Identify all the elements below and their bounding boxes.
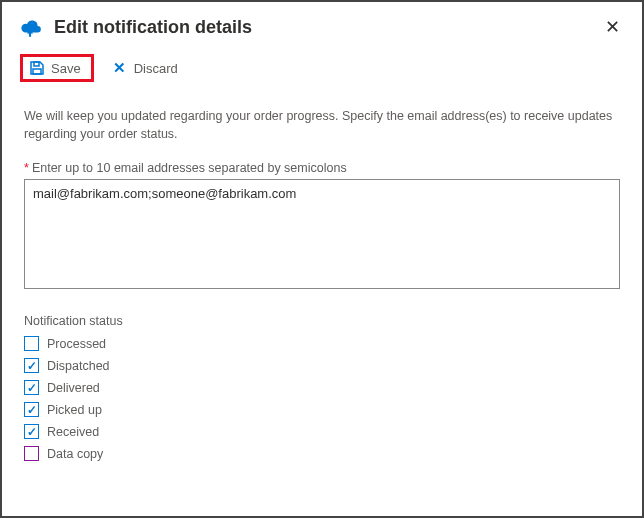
checkbox-label: Data copy	[47, 447, 103, 461]
status-checkbox-row[interactable]: ✓Delivered	[24, 380, 620, 395]
save-icon	[29, 60, 45, 76]
discard-label: Discard	[134, 61, 178, 76]
checkbox-icon: ✓	[24, 380, 39, 395]
checkbox-label: Delivered	[47, 381, 100, 395]
checkbox-label: Picked up	[47, 403, 102, 417]
cloud-arrow-icon	[16, 13, 44, 41]
checkbox-label: Received	[47, 425, 99, 439]
checkbox-icon: ✓	[24, 402, 39, 417]
description-text: We will keep you updated regarding your …	[24, 108, 620, 143]
panel-title: Edit notification details	[54, 17, 597, 38]
svg-rect-1	[33, 69, 41, 74]
status-checkbox-row[interactable]: Processed	[24, 336, 620, 351]
discard-button[interactable]: ✕ Discard	[104, 56, 186, 80]
panel-header: Edit notification details ✕	[2, 2, 642, 50]
status-checkbox-row[interactable]: ✓Received	[24, 424, 620, 439]
close-button[interactable]: ✕	[597, 12, 628, 42]
save-label: Save	[51, 61, 81, 76]
status-checklist: Processed✓Dispatched✓Delivered✓Picked up…	[24, 336, 620, 461]
discard-icon: ✕	[112, 60, 128, 76]
email-input[interactable]	[24, 179, 620, 289]
status-checkbox-row[interactable]: ✓Dispatched	[24, 358, 620, 373]
save-button[interactable]: Save	[20, 54, 94, 82]
status-section-title: Notification status	[24, 314, 620, 328]
checkbox-icon	[24, 446, 39, 461]
panel-content: We will keep you updated regarding your …	[2, 90, 642, 461]
svg-rect-0	[34, 62, 39, 66]
checkbox-icon: ✓	[24, 424, 39, 439]
checkbox-icon	[24, 336, 39, 351]
checkbox-label: Processed	[47, 337, 106, 351]
toolbar: Save ✕ Discard	[2, 50, 642, 90]
checkbox-icon: ✓	[24, 358, 39, 373]
checkbox-label: Dispatched	[47, 359, 110, 373]
status-checkbox-row[interactable]: ✓Picked up	[24, 402, 620, 417]
required-indicator: *	[24, 161, 29, 175]
email-field-label: *Enter up to 10 email addresses separate…	[24, 161, 620, 175]
status-checkbox-row[interactable]: Data copy	[24, 446, 620, 461]
